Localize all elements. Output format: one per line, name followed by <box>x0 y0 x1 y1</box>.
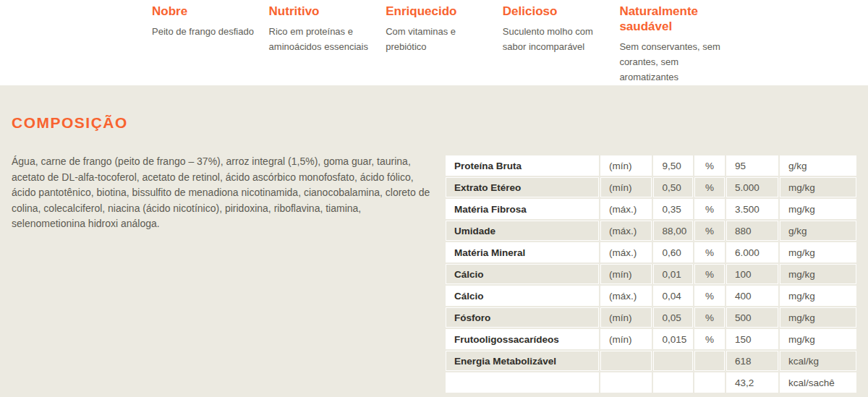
amount-unit-cell: mg/kg <box>780 177 856 197</box>
feature-title: Naturalmente saudável <box>619 4 725 34</box>
limit-type-cell: (mín) <box>600 329 652 349</box>
percent-unit-cell <box>694 351 725 371</box>
amount-value-cell: 43,2 <box>726 372 778 393</box>
amount-unit-cell: mg/kg <box>780 199 856 219</box>
limit-type-cell: (máx.) <box>600 221 652 241</box>
nutrition-table-row: Extrato Etéreo (mín) 0,50 % 5.000 mg/kg <box>446 177 856 197</box>
limit-type-cell: (máx.) <box>600 286 652 306</box>
nutrition-table-body: Proteína Bruta (mín) 9,50 % 95 g/kg Extr… <box>446 155 856 393</box>
feature-description: Peito de frango desfiado <box>152 24 258 39</box>
percent-value-cell <box>653 372 693 393</box>
nutrition-table-row: Frutooligossacarídeos (mín) 0,015 % 150 … <box>446 329 856 349</box>
limit-type-cell: (máx.) <box>600 242 652 262</box>
percent-unit-cell: % <box>694 155 725 176</box>
nutrient-name-cell <box>446 372 599 393</box>
amount-value-cell: 500 <box>726 307 778 328</box>
amount-value-cell: 3.500 <box>726 199 778 219</box>
percent-unit-cell <box>694 372 725 393</box>
nutrition-table: Proteína Bruta (mín) 9,50 % 95 g/kg Extr… <box>444 154 858 394</box>
nutrient-name-cell: Proteína Bruta <box>446 155 599 176</box>
amount-value-cell: 5.000 <box>726 177 778 197</box>
amount-value-cell: 150 <box>726 329 778 349</box>
limit-type-cell: (máx.) <box>600 199 652 219</box>
percent-value-cell: 0,015 <box>653 329 693 349</box>
feature-title: Nobre <box>152 4 258 19</box>
percent-unit-cell: % <box>694 221 725 241</box>
nutrition-table-row: Cálcio (mín) 0,01 % 100 mg/kg <box>446 264 856 284</box>
nutrition-table-row: Matéria Mineral (máx.) 0,60 % 6.000 mg/k… <box>446 242 856 262</box>
amount-value-cell: 400 <box>726 286 778 306</box>
percent-unit-cell: % <box>694 199 725 219</box>
nutrition-table-row: Umidade (máx.) 88,00 % 880 g/kg <box>446 221 856 241</box>
limit-type-cell <box>600 351 652 371</box>
percent-unit-cell: % <box>694 264 725 284</box>
feature-item: Enriquecido Com vitaminas e prebiótico <box>386 4 491 85</box>
nutrition-table-row: Fósforo (mín) 0,05 % 500 mg/kg <box>446 307 856 328</box>
composition-heading: COMPOSIÇÃO <box>12 114 858 132</box>
limit-type-cell: (mín) <box>600 307 652 328</box>
nutrient-name-cell: Cálcio <box>446 264 599 284</box>
percent-unit-cell: % <box>694 307 725 328</box>
percent-value-cell: 0,01 <box>653 264 693 284</box>
limit-type-cell: (mín) <box>600 155 652 176</box>
nutrient-name-cell: Fósforo <box>446 307 599 328</box>
ingredients-text: Água, carne de frango (peito de frango –… <box>12 154 431 232</box>
percent-value-cell <box>653 351 693 371</box>
percent-unit-cell: % <box>694 329 725 349</box>
percent-value-cell: 0,35 <box>653 199 693 219</box>
nutrient-name-cell: Umidade <box>446 221 599 241</box>
feature-item: Nobre Peito de frango desfiado <box>152 4 258 85</box>
percent-value-cell: 88,00 <box>653 221 693 241</box>
nutrient-name-cell: Matéria Mineral <box>446 242 599 262</box>
amount-value-cell: 618 <box>726 351 778 371</box>
amount-unit-cell: mg/kg <box>780 329 856 349</box>
nutrition-table-row: Proteína Bruta (mín) 9,50 % 95 g/kg <box>446 155 856 176</box>
amount-unit-cell: kcal/sachê <box>780 372 856 393</box>
composition-section: COMPOSIÇÃO Água, carne de frango (peito … <box>0 85 868 397</box>
nutrition-table-row: Energia Metabolizável 618 kcal/kg <box>446 351 856 371</box>
nutrient-name-cell: Cálcio <box>446 286 599 306</box>
nutrient-name-cell: Frutooligossacarídeos <box>446 329 599 349</box>
limit-type-cell <box>600 372 652 393</box>
feature-description: Com vitaminas e prebiótico <box>386 24 491 54</box>
feature-list: Nobre Peito de frango desfiado Nutritivo… <box>152 0 725 85</box>
product-highlights-section: Nobre Peito de frango desfiado Nutritivo… <box>0 0 868 85</box>
percent-unit-cell: % <box>694 242 725 262</box>
feature-title: Delicioso <box>503 4 608 19</box>
amount-unit-cell: mg/kg <box>780 307 856 328</box>
amount-unit-cell: kcal/kg <box>780 351 856 371</box>
percent-value-cell: 9,50 <box>653 155 693 176</box>
feature-description: Suculento molho com sabor incomparável <box>503 24 608 54</box>
amount-value-cell: 880 <box>726 221 778 241</box>
amount-value-cell: 6.000 <box>726 242 778 262</box>
percent-value-cell: 0,60 <box>653 242 693 262</box>
feature-description: Rico em proteínas e aminoácidos essencia… <box>269 24 375 54</box>
composition-content: Água, carne de frango (peito de frango –… <box>12 154 858 394</box>
nutrition-table-row: Cálcio (máx.) 0,04 % 400 mg/kg <box>446 286 856 306</box>
amount-unit-cell: g/kg <box>780 155 856 176</box>
amount-unit-cell: mg/kg <box>780 242 856 262</box>
feature-title: Enriquecido <box>386 4 491 19</box>
feature-description: Sem conservantes, sem corantes, sem arom… <box>619 39 725 85</box>
feature-item: Nutritivo Rico em proteínas e aminoácido… <box>269 4 375 85</box>
amount-value-cell: 100 <box>726 264 778 284</box>
nutrient-name-cell: Extrato Etéreo <box>446 177 599 197</box>
limit-type-cell: (mín) <box>600 264 652 284</box>
amount-unit-cell: mg/kg <box>780 286 856 306</box>
percent-value-cell: 0,50 <box>653 177 693 197</box>
feature-item: Naturalmente saudável Sem conservantes, … <box>619 4 725 85</box>
percent-value-cell: 0,04 <box>653 286 693 306</box>
percent-unit-cell: % <box>694 286 725 306</box>
feature-item: Delicioso Suculento molho com sabor inco… <box>503 4 608 85</box>
percent-value-cell: 0,05 <box>653 307 693 328</box>
nutrition-table-row: Matéria Fibrosa (máx.) 0,35 % 3.500 mg/k… <box>446 199 856 219</box>
amount-unit-cell: mg/kg <box>780 264 856 284</box>
percent-unit-cell: % <box>694 177 725 197</box>
amount-unit-cell: g/kg <box>780 221 856 241</box>
nutrient-name-cell: Energia Metabolizável <box>446 351 599 371</box>
nutrient-name-cell: Matéria Fibrosa <box>446 199 599 219</box>
nutrition-table-row: 43,2 kcal/sachê <box>446 372 856 393</box>
amount-value-cell: 95 <box>726 155 778 176</box>
limit-type-cell: (mín) <box>600 177 652 197</box>
feature-title: Nutritivo <box>269 4 375 19</box>
